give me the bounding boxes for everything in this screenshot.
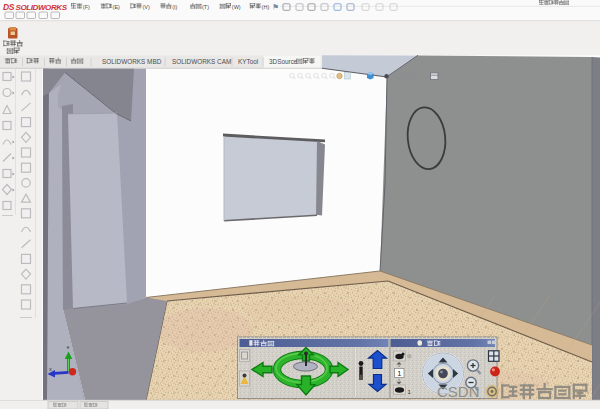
svg-text:CSDN: CSDN bbox=[437, 383, 480, 400]
svg-text:KYTool: KYTool bbox=[238, 58, 258, 65]
svg-text:(W): (W) bbox=[232, 4, 241, 10]
svg-text:DS: DS bbox=[3, 2, 15, 12]
svg-text:3DSource: 3DSource bbox=[269, 58, 298, 65]
svg-text:(H): (H) bbox=[262, 4, 270, 10]
svg-text:⚑: ⚑ bbox=[272, 3, 279, 12]
svg-text:(V): (V) bbox=[142, 4, 150, 10]
svg-text:(E): (E) bbox=[113, 4, 121, 10]
svg-text:SOLIDWORKS CAM: SOLIDWORKS CAM bbox=[172, 58, 231, 65]
svg-text:(F): (F) bbox=[83, 4, 90, 10]
svg-text:(I): (I) bbox=[172, 4, 177, 10]
svg-text:SOLIDWORKS: SOLIDWORKS bbox=[16, 3, 68, 12]
svg-text:x: x bbox=[49, 366, 52, 372]
svg-text:SOLIDWORKS MBD: SOLIDWORKS MBD bbox=[102, 58, 162, 65]
svg-text:(T): (T) bbox=[202, 4, 209, 10]
svg-text:1: 1 bbox=[397, 369, 401, 378]
